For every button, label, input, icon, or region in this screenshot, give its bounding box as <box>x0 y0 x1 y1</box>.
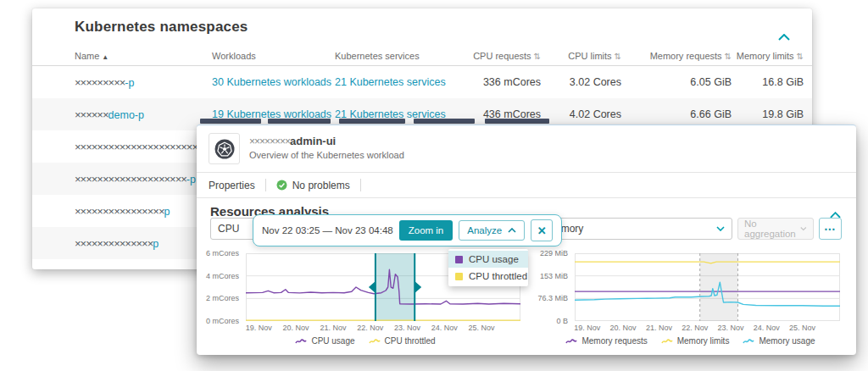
namespace-link[interactable]: ×××××××××××p <box>75 269 212 270</box>
workloads-link[interactable]: 30 Kubernetes workloads <box>212 76 335 88</box>
name-suffix: -p <box>186 174 196 186</box>
memory-x-axis: 19. Nov20. Nov21. Nov22. Nov23. Nov24. N… <box>575 324 840 334</box>
legend-label: CPU throttled <box>385 336 436 346</box>
column-header-services[interactable]: Kubernetes services <box>335 51 437 61</box>
legend-item[interactable]: CPU throttled <box>369 336 436 346</box>
memory-requests-value: 6.66 GiB <box>623 108 733 120</box>
card-header: ××××××××admin-ui Overview of the Kuberne… <box>197 125 856 173</box>
name-suffix: p <box>153 238 159 250</box>
analyze-button[interactable]: Analyze <box>459 220 525 241</box>
series-line-icon <box>661 337 673 346</box>
chevron-down-icon <box>716 226 725 231</box>
redaction-bar <box>339 119 405 124</box>
workload-title: ××××××××admin-ui <box>249 135 404 147</box>
y-axis-tick-label: 76.3 MiB <box>537 294 568 302</box>
column-header-memory-limits[interactable]: Memory limits⇅ <box>733 51 805 61</box>
column-header-cpu-limits[interactable]: CPU limits⇅ <box>542 51 623 61</box>
divider <box>360 179 361 191</box>
services-link[interactable]: 21 Kubernetes services <box>335 76 437 88</box>
x-axis-tick-label: 20. Nov <box>283 324 309 332</box>
namespace-link[interactable]: ××××××××××××××××p <box>75 205 212 218</box>
column-header-memory-requests[interactable]: Memory requests⇅ <box>623 51 733 61</box>
legend-item[interactable]: Memory usage <box>743 336 815 346</box>
workload-overview-card: ××××××××admin-ui Overview of the Kuberne… <box>197 125 856 355</box>
memory-requests-value: 6.05 GiB <box>623 76 733 88</box>
legend-item[interactable]: CPU usage <box>295 336 354 346</box>
y-axis-tick-label: 0 B <box>556 317 568 325</box>
x-axis-tick-label: 19. Nov <box>246 324 272 332</box>
menu-item-cpu-usage[interactable]: CPU usage <box>448 251 528 268</box>
legend-item[interactable]: Memory limits <box>661 336 730 346</box>
namespace-link[interactable]: ××××××demo-p <box>75 108 212 121</box>
table-header-row: Name▲ Workloads Kubernetes services CPU … <box>32 46 812 66</box>
cpu-y-axis: 6 mCores4 mCores2 mCores0 mCores <box>210 253 242 321</box>
x-axis-tick-label: 19. Nov <box>574 324 600 332</box>
y-axis-tick-label: 229 MiB <box>540 249 568 257</box>
namespace-link[interactable]: ××××××××××××××××××××-p <box>75 173 212 186</box>
check-circle-icon <box>276 180 287 191</box>
aggregation-select-disabled[interactable]: No aggregation <box>737 218 814 240</box>
legend-label: Memory usage <box>759 336 815 346</box>
redaction-bar <box>200 119 261 124</box>
sort-ascending-icon: ▲ <box>102 53 108 61</box>
memory-metric-select[interactable]: Memory <box>539 218 732 240</box>
redacted-name-part: ×××××××××××××××××××××× <box>75 141 198 153</box>
x-axis-tick-label: 20. Nov <box>610 324 637 332</box>
series-color-swatch <box>455 273 463 280</box>
y-axis-tick-label: 6 mCores <box>206 249 239 257</box>
column-header-name[interactable]: Name▲ <box>75 51 212 61</box>
sort-icon: ⇅ <box>797 52 804 61</box>
column-header-cpu-requests[interactable]: CPU requests⇅ <box>437 51 542 61</box>
memory-limits-value: 19.8 GiB <box>733 108 805 120</box>
legend-item[interactable]: Memory requests <box>565 336 647 346</box>
chevron-down-icon <box>800 226 807 231</box>
cpu-limits-value: 3.02 Cores <box>542 76 623 88</box>
legend-label: CPU usage <box>311 336 354 346</box>
x-axis-tick-label: 25. Nov <box>469 324 495 332</box>
namespace-link[interactable]: ××××××××××××××p <box>75 237 212 250</box>
sort-icon: ⇅ <box>615 52 621 61</box>
series-color-swatch <box>455 256 463 263</box>
x-axis-tick-label: 23. Nov <box>394 324 420 332</box>
workload-subtitle: Overview of the Kubernetes workload <box>249 150 404 160</box>
card-tabbar: Properties No problems <box>197 173 856 198</box>
collapse-panel-button[interactable] <box>778 29 790 44</box>
cpu-legend: CPU usageCPU throttled <box>210 336 520 346</box>
x-axis-tick-label: 23. Nov <box>717 324 743 332</box>
more-options-button[interactable]: ⋯ <box>819 218 842 240</box>
x-axis-tick-label: 21. Nov <box>320 324 346 332</box>
x-axis-tick-label: 25. Nov <box>789 324 815 332</box>
redacted-name-part: ×××××××××××××××× <box>75 205 164 218</box>
series-line-icon <box>369 337 381 346</box>
sort-icon: ⇅ <box>534 52 541 61</box>
legend-label: Memory requests <box>581 336 647 346</box>
time-range-popover: Nov 22 03:25 — Nov 23 04:48 Zoom in Anal… <box>253 214 562 246</box>
redaction-bar <box>485 119 549 124</box>
y-axis-tick-label: 0 mCores <box>206 317 239 325</box>
redacted-name-part: ×××××××××××××× <box>75 237 153 250</box>
memory-limits-value: 16.8 GiB <box>733 76 805 88</box>
x-axis-tick-label: 22. Nov <box>357 324 383 332</box>
sort-icon: ⇅ <box>725 52 732 61</box>
chevron-up-icon <box>508 228 516 233</box>
x-axis-tick-label: 21. Nov <box>646 324 672 332</box>
redacted-name-part: ×××××× <box>75 108 108 121</box>
selected-time-range: Nov 22 03:25 — Nov 23 04:48 <box>262 225 393 235</box>
namespace-link[interactable]: ×××××××××-p <box>75 76 212 89</box>
y-axis-tick-label: 153 MiB <box>540 272 568 280</box>
memory-plot-area[interactable] <box>575 253 840 321</box>
y-axis-tick-label: 2 mCores <box>206 294 239 302</box>
zoom-in-button[interactable]: Zoom in <box>399 220 453 241</box>
memory-chart: 229 MiB153 MiB76.3 MiB0 B 19. Nov20. Nov… <box>539 245 842 345</box>
close-popover-button[interactable]: ✕ <box>531 219 553 241</box>
x-axis-tick-label: 24. Nov <box>431 324 458 332</box>
panel-title: Kubernetes namespaces <box>75 19 812 36</box>
menu-item-cpu-throttled[interactable]: CPU throttled <box>448 268 528 285</box>
no-problems-badge[interactable]: No problems <box>276 180 350 191</box>
tab-properties[interactable]: Properties <box>209 180 255 191</box>
series-line-icon <box>565 337 577 346</box>
column-header-workloads[interactable]: Workloads <box>212 51 335 61</box>
namespace-link[interactable]: ××××××××××××××××××××××-p <box>75 141 212 153</box>
redacted-name-part: ×××××××××××××××××××× <box>75 173 186 186</box>
redaction-bar <box>268 119 331 124</box>
